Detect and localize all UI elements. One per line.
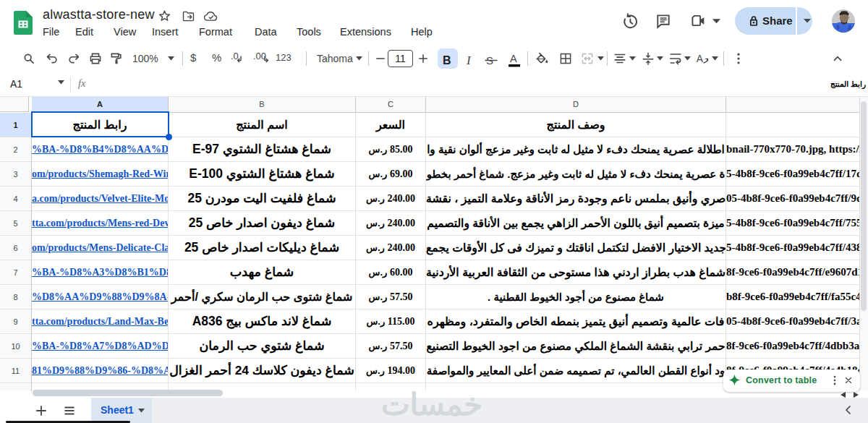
svg-text:B: B	[443, 54, 451, 65]
svg-text:I: I	[467, 54, 472, 65]
svg-text:$: $	[190, 51, 197, 64]
svg-text:A: A	[697, 54, 704, 64]
svg-text:S: S	[486, 54, 493, 65]
svg-text:%: %	[212, 51, 221, 64]
svg-text:.0: .0	[231, 51, 239, 61]
svg-text:123: 123	[276, 52, 292, 63]
svg-text:A: A	[510, 53, 517, 64]
